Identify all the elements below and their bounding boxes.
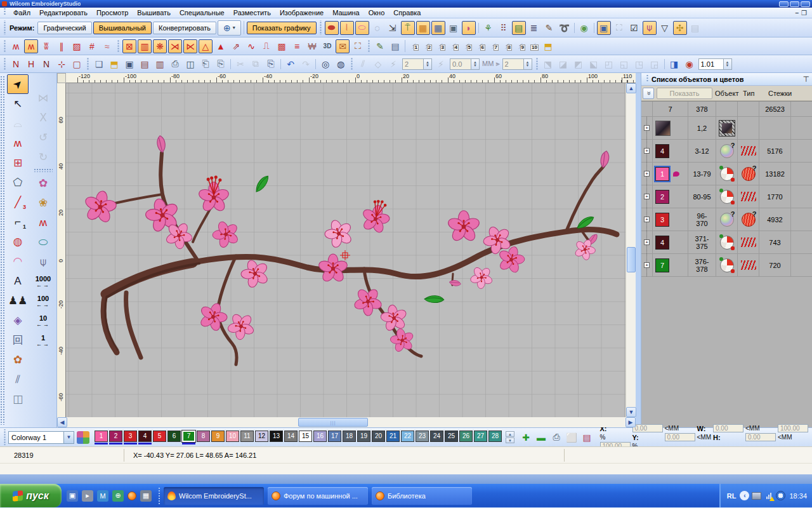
recipe-8-button[interactable]: ⚡8: [501, 40, 513, 52]
wave-icon[interactable]: ∿: [244, 39, 258, 53]
paste-icon[interactable]: ⎘: [264, 57, 278, 71]
object-color-swatch[interactable]: 7: [655, 258, 669, 272]
display-tray-icon[interactable]: [752, 492, 761, 500]
show-desktop-icon[interactable]: ▣: [67, 490, 78, 502]
mail-agent-icon[interactable]: M: [97, 490, 108, 502]
horizontal-scroll-thumb[interactable]: |||: [298, 418, 368, 427]
expand-plus-icon[interactable]: +: [644, 217, 650, 222]
network-icon[interactable]: ⊕: [112, 490, 124, 502]
toolbar-handle[interactable]: [86, 57, 89, 70]
thread-chart-button[interactable]: ▤: [580, 431, 593, 444]
needle-down-icon[interactable]: ▽: [658, 21, 672, 35]
elastic-1-icon[interactable]: ◨: [667, 57, 681, 71]
morph-8-icon[interactable]: ◲: [648, 57, 662, 71]
print-preview-icon[interactable]: ◫: [183, 57, 197, 71]
colorway-swatch-26[interactable]: 26: [459, 431, 473, 444]
start-button[interactable]: пуск: [0, 484, 62, 507]
travel-10[interactable]: 10←→: [32, 311, 54, 331]
menu-item-машина[interactable]: Машина: [328, 8, 364, 17]
fusion-fill-icon[interactable]: ⊠: [122, 39, 136, 53]
scale-x-field[interactable]: 100.00: [778, 424, 808, 432]
vertical-scroll-thumb[interactable]: [627, 247, 636, 272]
toolbar-handle[interactable]: [3, 429, 6, 445]
stitch-angle-icon[interactable]: ⫽: [356, 57, 370, 71]
mode-graphical[interactable]: Графический: [37, 22, 91, 34]
needle-point-icon[interactable]: ⍦: [643, 21, 657, 35]
panel-handle[interactable]: [646, 74, 649, 82]
clear-swatch-button[interactable]: ⬜: [565, 431, 578, 444]
design-canvas[interactable]: [66, 83, 625, 417]
spacing-icon[interactable]: ⚡: [386, 57, 400, 71]
penetration-icon[interactable]: ⍑: [401, 21, 415, 35]
outline-run-icon[interactable]: ⬭: [355, 21, 369, 35]
insert-design-icon[interactable]: ▤: [138, 57, 152, 71]
toolbox-handle[interactable]: [0, 76, 5, 425]
recipe-9-button[interactable]: ⚡9: [514, 40, 527, 52]
tray-collapse-icon[interactable]: ‹: [740, 491, 749, 500]
connectors-icon[interactable]: ✣: [673, 21, 687, 35]
colorway-swatch-8[interactable]: 8: [197, 431, 210, 444]
recipe-2-button[interactable]: ⚡2: [421, 40, 433, 52]
digitize-line-icon[interactable]: ⇲: [386, 21, 400, 35]
dropdown-arrow-icon[interactable]: ▼: [63, 432, 74, 443]
scheduler-tray-icon[interactable]: [776, 491, 785, 500]
colorway-swatch-13[interactable]: 13: [270, 431, 283, 444]
overview-icon[interactable]: ◉: [577, 21, 591, 35]
trapunto-icon[interactable]: ⛶: [351, 39, 365, 53]
colorway-swatch-18[interactable]: 18: [343, 431, 356, 444]
restore-button[interactable]: [790, 1, 799, 7]
scroll-down-arrow[interactable]: ▼: [626, 407, 636, 417]
ring-tool[interactable]: ⌓: [7, 114, 29, 133]
colorway-selector[interactable]: Colorway 1 ▼: [8, 431, 74, 444]
view-hoop-icon[interactable]: H: [24, 57, 38, 71]
send-machine-icon[interactable]: ⎘: [214, 57, 228, 71]
program-split-icon[interactable]: ▦: [431, 21, 445, 35]
object-row[interactable]: +7376- 378720: [641, 254, 812, 277]
colorway-swatch-1[interactable]: 1: [95, 431, 108, 444]
rotate-right-icon[interactable]: ↻: [32, 147, 54, 167]
y-field[interactable]: 0.00: [665, 433, 695, 441]
morph-6-icon[interactable]: ◱: [617, 57, 631, 71]
hatch-tool[interactable]: ⫽: [7, 370, 29, 389]
bitmap-icon[interactable]: ▣: [447, 21, 461, 35]
circle-fill-tool[interactable]: ◍: [7, 232, 29, 251]
column-fill-icon[interactable]: ▥: [138, 39, 152, 53]
object-color-swatch[interactable]: 1: [655, 167, 669, 181]
elastic-2-icon[interactable]: ◉: [683, 57, 697, 71]
travel-icon[interactable]: ⇗: [229, 39, 243, 53]
florentine-tool[interactable]: ✿: [7, 350, 29, 370]
scroll-up-arrow[interactable]: ▲: [626, 83, 636, 93]
show-graphics-button[interactable]: Показать графику: [247, 22, 317, 34]
mode-convert[interactable]: Конвертировать: [153, 22, 216, 34]
firefox-icon[interactable]: [128, 491, 136, 500]
stipple-icon[interactable]: ⠿: [497, 21, 511, 35]
menu-item-вышивать[interactable]: Вышивать: [133, 8, 175, 17]
morph-5-icon[interactable]: ◰: [602, 57, 616, 71]
morph-7-icon[interactable]: ◳: [632, 57, 646, 71]
view-outline-icon[interactable]: ▢: [70, 57, 84, 71]
zoom-in-icon[interactable]: ◎: [318, 57, 332, 71]
open-icon[interactable]: ⬒: [107, 57, 121, 71]
auto-check-icon[interactable]: ☑: [627, 21, 641, 35]
toolbar-handle[interactable]: [3, 57, 6, 70]
object-row[interactable]: +396- 370??4932: [641, 208, 812, 231]
stitch-direction-icon[interactable]: ⦚: [340, 21, 354, 35]
expand-plus-icon[interactable]: +: [644, 125, 650, 131]
jagged-icon[interactable]: ₩: [305, 39, 319, 53]
mode-embroidery[interactable]: Вышивальный: [93, 22, 152, 34]
minimize-button[interactable]: [779, 1, 789, 7]
scroll-left-arrow[interactable]: ◀: [57, 417, 67, 427]
recipe-10-button[interactable]: ⚡10: [528, 40, 540, 52]
menu-item-окно[interactable]: Окно: [364, 8, 390, 17]
recipe-7-button[interactable]: ⚡7: [488, 40, 500, 52]
closed-object-icon[interactable]: ◌: [370, 21, 384, 35]
colorway-swatch-24[interactable]: 24: [430, 431, 443, 444]
shape-tool[interactable]: ⬠: [7, 173, 29, 192]
print-colorway-button[interactable]: ⎙: [550, 431, 563, 444]
run-stitch-icon[interactable]: ʍ: [9, 39, 23, 53]
swatch-scroll-spinner[interactable]: ▲▼: [506, 431, 514, 443]
envelope-icon[interactable]: ✉: [336, 39, 350, 53]
menu-item-изображение[interactable]: Изображение: [275, 8, 328, 17]
mirror-h-icon[interactable]: ⋈: [32, 88, 54, 108]
expand-plus-icon[interactable]: +: [644, 194, 650, 199]
